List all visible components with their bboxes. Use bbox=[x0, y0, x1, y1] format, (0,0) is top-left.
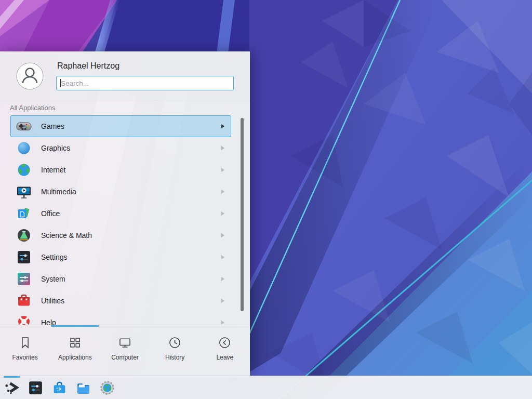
submenu-arrow-icon bbox=[221, 299, 224, 303]
category-row-graphics[interactable]: Graphics bbox=[10, 137, 231, 159]
bookmark-icon bbox=[18, 336, 32, 350]
blue-sphere-icon bbox=[16, 140, 32, 156]
launcher-header: Raphael Hertzog bbox=[0, 51, 250, 100]
category-row-system[interactable]: System bbox=[10, 268, 231, 290]
category-row-games[interactable]: Games bbox=[10, 115, 231, 137]
category-row-office[interactable]: Office bbox=[10, 203, 231, 224]
discover-icon bbox=[51, 379, 68, 396]
launcher-tab-bar: Favorites Applications Computer History bbox=[0, 327, 250, 376]
submenu-arrow-icon bbox=[221, 277, 224, 281]
submenu-arrow-icon bbox=[221, 211, 224, 216]
category-label: Help bbox=[41, 318, 221, 325]
submenu-arrow-icon bbox=[221, 233, 224, 237]
category-label: Games bbox=[41, 122, 221, 130]
category-label: Internet bbox=[41, 166, 221, 174]
category-row-utilities[interactable]: Utilities bbox=[10, 290, 231, 312]
tab-leave[interactable]: Leave bbox=[200, 327, 250, 376]
tab-computer[interactable]: Computer bbox=[100, 327, 150, 376]
text-cursor bbox=[60, 79, 61, 87]
tab-label: Favorites bbox=[12, 354, 37, 361]
tab-favorites[interactable]: Favorites bbox=[0, 327, 50, 376]
category-label: Office bbox=[41, 209, 221, 218]
flask-icon bbox=[16, 227, 32, 244]
dolphin-file-manager-button[interactable] bbox=[75, 379, 92, 396]
system-sliders-icon bbox=[16, 271, 32, 287]
tab-label: Applications bbox=[58, 354, 92, 361]
search-field bbox=[56, 76, 234, 90]
globe-gear-icon bbox=[99, 379, 116, 396]
category-label: Settings bbox=[41, 253, 221, 261]
documents-icon bbox=[16, 205, 32, 222]
computer-icon bbox=[118, 336, 132, 350]
system-settings-icon bbox=[27, 379, 44, 396]
category-row-help[interactable]: Help bbox=[10, 312, 231, 325]
monitor-play-icon bbox=[16, 183, 32, 200]
leave-icon bbox=[218, 336, 232, 350]
grid-icon bbox=[68, 336, 82, 350]
scrollbar[interactable] bbox=[241, 118, 244, 311]
application-launcher-button[interactable] bbox=[3, 379, 20, 396]
lifebuoy-icon bbox=[16, 314, 32, 325]
folder-icon bbox=[75, 379, 92, 396]
taskbar: ES 7:03 PM 4/24/21 bbox=[0, 376, 532, 399]
category-row-internet[interactable]: Internet bbox=[10, 159, 231, 181]
category-label: System bbox=[41, 275, 221, 283]
submenu-arrow-icon bbox=[221, 255, 224, 259]
application-launcher-menu: Raphael Hertzog All Applications bbox=[0, 51, 250, 376]
discover-software-center-button[interactable] bbox=[51, 379, 68, 396]
category-row-multimedia[interactable]: Multimedia bbox=[10, 181, 231, 203]
tab-label: History bbox=[165, 354, 184, 361]
search-input[interactable] bbox=[56, 76, 234, 90]
submenu-arrow-icon bbox=[221, 190, 224, 194]
system-settings-button[interactable] bbox=[27, 379, 44, 396]
konqueror-browser-button[interactable] bbox=[99, 379, 116, 396]
category-label: Science & Math bbox=[41, 231, 221, 240]
category-row-science-math[interactable]: Science & Math bbox=[10, 224, 231, 246]
tab-label: Leave bbox=[217, 354, 234, 361]
submenu-arrow-icon bbox=[221, 146, 224, 150]
submenu-arrow-icon bbox=[221, 124, 224, 128]
sliders-icon bbox=[16, 249, 32, 265]
application-category-list: Games Graphics Internet bbox=[10, 115, 231, 325]
tab-history[interactable]: History bbox=[150, 327, 200, 376]
clock-icon bbox=[168, 336, 182, 350]
active-task-indicator bbox=[4, 376, 20, 378]
category-label: Graphics bbox=[41, 144, 221, 152]
user-avatar[interactable] bbox=[16, 62, 44, 90]
tabbar-separator bbox=[0, 325, 250, 325]
submenu-arrow-icon bbox=[221, 168, 224, 172]
globe-icon bbox=[16, 162, 32, 178]
user-name: Raphael Hertzog bbox=[57, 61, 119, 71]
gamepad-icon bbox=[16, 118, 32, 135]
category-label: Multimedia bbox=[41, 188, 221, 196]
category-label: Utilities bbox=[41, 297, 221, 305]
category-row-settings[interactable]: Settings bbox=[10, 246, 231, 268]
toolbox-icon bbox=[16, 292, 32, 309]
submenu-arrow-icon bbox=[221, 321, 224, 325]
header-separator bbox=[0, 100, 250, 100]
tab-applications[interactable]: Applications bbox=[50, 327, 100, 376]
tab-label: Computer bbox=[111, 354, 139, 361]
section-label: All Applications bbox=[10, 104, 55, 112]
kickoff-launcher-icon bbox=[3, 379, 20, 396]
